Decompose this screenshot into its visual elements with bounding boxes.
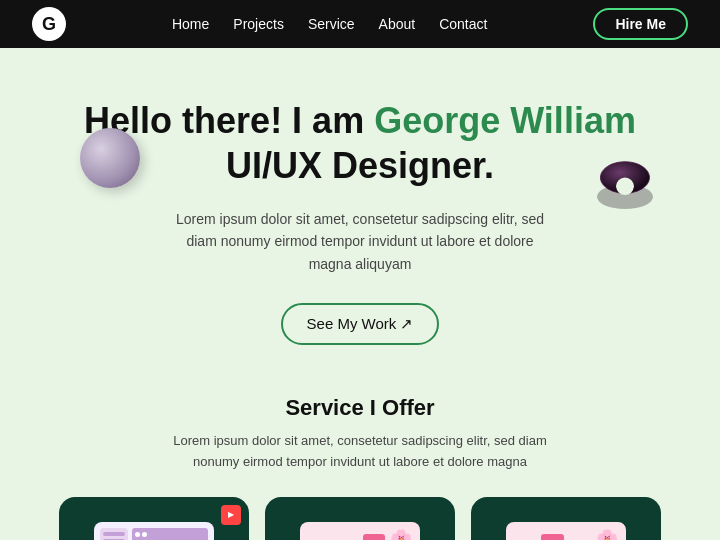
sidebar-line (103, 532, 125, 536)
donut-decoration (590, 153, 660, 223)
nav-projects[interactable]: Projects (233, 16, 284, 32)
hire-me-button[interactable]: Hire Me (593, 8, 688, 40)
header-dot (142, 532, 147, 537)
svg-point-2 (616, 180, 634, 192)
see-my-work-button[interactable]: See My Work ↗ (281, 303, 440, 345)
flower-icon: 🌸 (390, 528, 412, 540)
nav-home[interactable]: Home (172, 16, 209, 32)
nav-links: Home Projects Service About Contact (172, 15, 487, 33)
service-card-2: 🌸 ★ (265, 497, 455, 540)
blob-decoration (80, 128, 140, 188)
nav-about[interactable]: About (379, 16, 416, 32)
navbar: G Home Projects Service About Contact Hi… (0, 0, 720, 48)
flower-icon-2: 🌸 (596, 528, 618, 540)
hero-section: Hello there! I am George William UI/UX D… (0, 48, 720, 365)
service-title: Service I Offer (40, 395, 680, 421)
card1-main-area (132, 528, 208, 540)
nav-logo[interactable]: G (32, 7, 66, 41)
service-cards-row: ▶ 🌸 ★ 🌸 ★ (40, 497, 680, 540)
service-card-3: 🌸 ★ (471, 497, 661, 540)
header-dot (135, 532, 140, 537)
service-section: Service I Offer Lorem ipsum dolor sit am… (0, 365, 720, 540)
play-icon: ▶ (221, 505, 241, 525)
book-3 (363, 534, 385, 540)
card1-header (132, 528, 208, 540)
nav-service[interactable]: Service (308, 16, 355, 32)
nav-contact[interactable]: Contact (439, 16, 487, 32)
book-2 (541, 534, 563, 540)
hero-title: Hello there! I am George William UI/UX D… (80, 98, 640, 188)
service-subtitle: Lorem ipsum dolor sit amet, consetetur s… (170, 431, 550, 473)
card1-sidebar (100, 528, 128, 540)
service-card-1: ▶ (59, 497, 249, 540)
hero-name-accent: George William (374, 100, 636, 141)
hero-subtitle: Lorem ipsum dolor sit amet, consetetur s… (170, 208, 550, 275)
